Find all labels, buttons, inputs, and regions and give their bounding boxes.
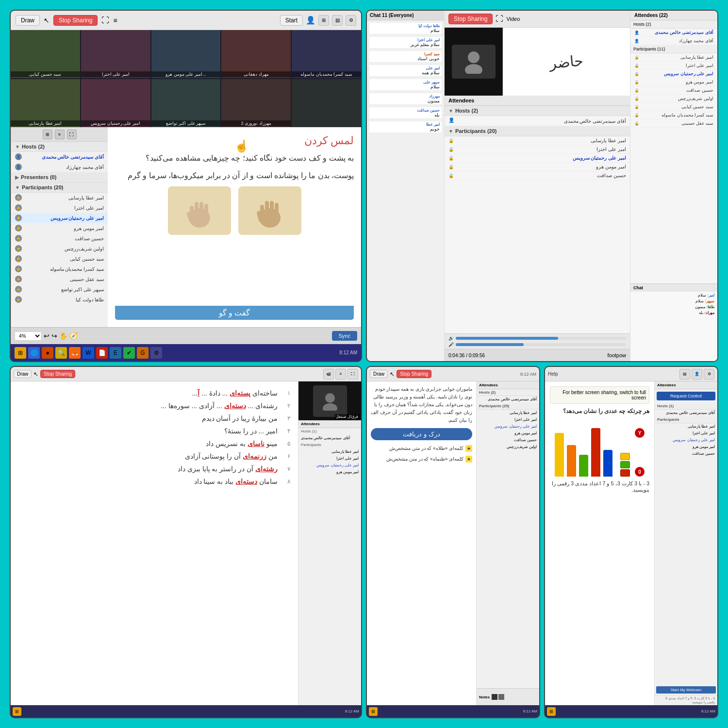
participants-section-header[interactable]: ▼ Participants (20) <box>11 182 108 193</box>
word-icon[interactable]: W <box>83 347 94 359</box>
participants-arrow-icon: ▼ <box>15 185 20 190</box>
bl-video-name: فرق‌ال صمعل <box>334 414 360 419</box>
poem-line-4: ۴ امیر ... در را بستهٔ؟ <box>18 427 290 435</box>
app-icon-5[interactable]: ⚙ <box>150 347 162 359</box>
bm-start-icon[interactable]: ⊞ <box>369 707 378 716</box>
grid-icon[interactable]: ⊞ <box>318 15 329 26</box>
start-menu-icon[interactable]: ⊞ <box>15 347 26 359</box>
chat-msg-text-1: سلام <box>371 28 440 33</box>
start-webcam-btn[interactable]: Start My Webcam <box>656 686 716 694</box>
notes-icons <box>492 694 504 700</box>
br-start-icon[interactable]: ⊞ <box>547 707 556 716</box>
draw-button[interactable]: Draw <box>16 15 40 26</box>
br-content: For better screen sharing, switch to ful… <box>545 381 717 705</box>
rp-4: 🔒 امیر مومن هرو <box>630 78 717 86</box>
svg-point-14 <box>325 393 335 403</box>
chat-sidebar: Chat 11 (Everyone) طاها دولت کیا سلام ام… <box>367 11 445 361</box>
chat-msg-text-2: سلام معلم عزیز <box>371 42 440 47</box>
firefox-icon[interactable]: 🦊 <box>69 347 81 359</box>
footer-label: footpow <box>607 352 626 358</box>
rc-msg-4: مهراد: بله <box>633 311 714 315</box>
screen-share-notice: For better screen sharing, switch to ful… <box>550 386 649 404</box>
chat-messages: طاها دولت کیا سلام امیر علی اخترا سلام م… <box>367 20 444 361</box>
bm-participants-label: Participants (25) <box>477 403 539 410</box>
participants-section-tr-header[interactable]: ▼ Participants (20) <box>445 126 630 136</box>
stop-sharing-tr-button[interactable]: Stop Sharing <box>448 14 493 24</box>
svg-rect-4 <box>204 204 208 218</box>
layout-icon[interactable]: ▤ <box>332 15 343 26</box>
expand-tr-icon[interactable]: ⛶ <box>496 15 503 23</box>
bl-video-person <box>313 385 347 417</box>
draw-bl-button[interactable]: Draw <box>14 370 32 378</box>
p-tr-5: 🔒 حسین صداقت <box>445 171 630 180</box>
hosts-section-header[interactable]: ▼ Hosts (2) <box>11 142 108 152</box>
bl-toolbar: Draw ↖ Stop Sharing 📹 ≡ ⛶ <box>11 367 361 381</box>
bar-1 <box>555 433 564 477</box>
taskbar: ⊞ 🌐 ● 🔍 🦊 W 📄 E ✔ G ⚙ 8:12 AM <box>11 344 361 361</box>
y-axis: Y 0 <box>635 428 645 477</box>
rp-icon-7: 🔒 <box>634 105 639 109</box>
chat-msg-4: امیر علی سلام همه <box>369 65 442 77</box>
grid-view-icon[interactable]: ⊞ <box>43 130 52 139</box>
rp-5: 🔒 حسین صداقت <box>630 86 717 95</box>
video-cell-10 <box>292 79 361 127</box>
zoom-select[interactable]: 4% 50% 100% <box>15 331 42 341</box>
hand-icon[interactable]: ✋ <box>59 332 67 340</box>
bmp-6: اولین شریف‌زرچس <box>477 444 539 450</box>
presenters-section-header[interactable]: ▶ Presenters (0) <box>11 172 108 182</box>
participants-arrow-tr-icon: ▼ <box>448 129 453 134</box>
chat-msg-text-5: سلام <box>371 84 440 89</box>
bmp-3: امیر علی رحمتیان سرویس <box>477 423 539 430</box>
br-icon-3[interactable]: ⚙ <box>704 369 714 380</box>
user-icon: 👤 <box>306 16 315 25</box>
chat-msg-3: سید کسرا خوبی استاد <box>369 50 442 63</box>
redo-icon[interactable]: ↪ <box>51 332 57 340</box>
sync-button[interactable]: Sync <box>332 331 357 341</box>
list-view-icon[interactable]: ≡ <box>55 130 65 139</box>
hosts-section-header-tr[interactable]: ▼ Hosts (2) <box>445 106 630 116</box>
search-icon[interactable]: 🔍 <box>55 347 67 359</box>
excel-icon[interactable]: E <box>110 347 121 359</box>
note-icon-2[interactable] <box>498 694 504 700</box>
app-icon-3[interactable]: ✔ <box>123 347 135 359</box>
nav-icon[interactable]: 🧭 <box>69 332 78 340</box>
note-icon-1[interactable] <box>492 694 497 700</box>
video-label-1: سید حسین کیایی <box>11 71 80 77</box>
video-icon-bl[interactable]: 📹 <box>323 369 334 380</box>
hand-image-1 <box>168 186 231 235</box>
p-name-8: سید کسرا محمدیان ماسوله <box>24 266 104 272</box>
poem-text-3: من بیبارهٔ ریبا در آسان دیدم <box>202 414 278 422</box>
stop-sharing-button[interactable]: Stop Sharing <box>53 15 98 26</box>
p-tr-icon-1: 🔒 <box>448 138 454 143</box>
participant-row-10: 🔒 سپهر علی اکبر تواضع <box>11 284 108 295</box>
app-icon-2[interactable]: 📄 <box>96 347 108 359</box>
stop-sharing-bl-button[interactable]: Stop Sharing <box>40 370 75 378</box>
start-button[interactable]: Start <box>280 15 303 26</box>
app-icon-4[interactable]: G <box>137 347 149 359</box>
draw-bm-button[interactable]: Draw <box>370 370 388 378</box>
stop-sharing-bm-button[interactable]: Stop Sharing <box>397 370 431 378</box>
poem-text-5: مینو ناسای به نسریس داد <box>206 440 278 447</box>
ie-icon[interactable]: 🌐 <box>28 347 40 359</box>
bm-main: ماموران خوابی جزایری بازی به همه سپیدار … <box>367 381 476 705</box>
request-control-button[interactable]: Request Control <box>657 392 715 400</box>
p-icon-1: 🔒 <box>15 194 22 201</box>
timer-label: 0:04:36 / 0:09:56 <box>448 353 485 358</box>
bm-time: 8:12 AM <box>520 372 536 377</box>
expand-icon[interactable]: ⛶ <box>67 130 77 139</box>
br-toolbar-icons: ▤ 👤 ⚙ <box>679 369 714 380</box>
chat-msg-text-4: سلام همه <box>371 70 440 75</box>
bl-start-icon[interactable]: ⊞ <box>13 707 21 716</box>
whiteboard-area[interactable]: حاضر <box>503 28 630 96</box>
undo-icon[interactable]: ↩ <box>44 332 50 340</box>
app-icon-1[interactable]: ● <box>42 347 53 359</box>
poem-content: ۱ ساخته‌ای پسته‌ای ... دادهٔ ... آ... ۲ … <box>15 385 294 494</box>
list-icon-bl[interactable]: ≡ <box>335 369 346 380</box>
settings-icon[interactable]: ⚙ <box>346 15 356 26</box>
br-icon-1[interactable]: ▤ <box>679 369 690 380</box>
right-attendees: Attendees (22) Hosts (2) 👤 آقای سیدمرتضی… <box>630 11 717 361</box>
poem-num-6: ۶ <box>281 453 290 460</box>
video-cell-4: مهراد دهقانی <box>221 30 291 78</box>
expand-icon-bl[interactable]: ⛶ <box>347 369 358 380</box>
br-icon-2[interactable]: 👤 <box>692 369 702 380</box>
